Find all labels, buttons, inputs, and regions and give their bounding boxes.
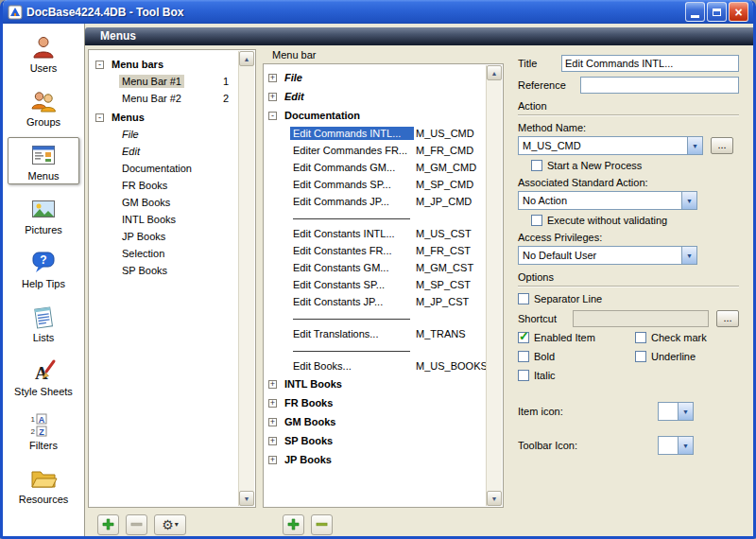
delete-item-button[interactable] [311,514,333,535]
tree-item-intl-books[interactable]: INTL Books [93,211,234,228]
add-item-button[interactable] [283,514,304,535]
start-new-process-checkbox[interactable]: Start a New Process [531,160,739,171]
bottom-toolbar: ⚙ ▾ [85,510,753,539]
bold-checkbox[interactable]: Bold [518,351,635,362]
checkbox-icon [518,293,529,304]
menu-group-documentation[interactable]: -Documentation [266,106,482,125]
sidebar-item-label: Groups [26,116,60,128]
minus-icon [316,518,328,530]
italic-checkbox[interactable]: Italic [518,370,635,381]
menu-group-file[interactable]: +File [266,68,482,87]
scroll-down-icon[interactable]: ▼ [487,491,502,506]
expand-icon[interactable]: + [268,93,277,101]
collapse-icon[interactable]: - [268,112,277,120]
check-mark-checkbox[interactable]: Check mark [635,332,739,343]
scroll-up-icon[interactable]: ▲ [487,65,502,80]
tree-rows: -Menu barsMenu Bar #11Menu Bar #22-Menus… [93,56,234,279]
tree-section-menus[interactable]: -Menus [93,109,234,126]
collapse-icon[interactable]: - [95,113,104,122]
expand-icon[interactable]: + [268,437,277,445]
menu-group-intl-books[interactable]: +INTL Books [266,374,482,393]
tree-item-file[interactable]: File [93,126,234,143]
tree-item-documentation[interactable]: Documentation [93,160,234,177]
method-browse-button[interactable]: ... [711,137,733,154]
shortcut-input[interactable] [573,310,709,327]
menu-actions-button[interactable]: ⚙ ▾ [154,514,186,535]
tree-item-sp-books[interactable]: SP Books [93,262,234,279]
reference-label: Reference [518,79,580,91]
sidebar-item-style-sheets[interactable]: AStyle Sheets [8,353,79,400]
sidebar-item-filters[interactable]: 1A2ZFilters [8,407,79,454]
tree-item-menu-bar-1[interactable]: Menu Bar #11 [93,73,234,90]
item-icon-select[interactable]: ▼ [658,402,694,421]
scroll-down-icon[interactable]: ▼ [239,491,254,506]
sidebar-item-lists[interactable]: Lists [8,299,79,346]
menu-separator[interactable] [266,310,482,325]
menu-item-editer-commandes-fr[interactable]: Editer Commandes FR...M_FR_CMD [266,142,482,159]
tree-scrollbar[interactable]: ▲ ▼ [238,51,254,506]
menu-group-gm-books[interactable]: +GM Books [266,412,482,431]
titlebar[interactable]: DocBase4224.4DB - Tool Box × [3,0,753,24]
menu-group-fr-books[interactable]: +FR Books [266,393,482,412]
execute-without-validating-checkbox[interactable]: Execute without validating [531,215,739,226]
expand-icon[interactable]: + [268,399,277,408]
close-button[interactable]: × [729,2,748,22]
expand-icon[interactable]: + [268,74,277,82]
title-input[interactable] [561,55,739,72]
minimize-button[interactable] [685,2,705,22]
sidebar-item-pictures[interactable]: Pictures [8,191,79,238]
expand-icon[interactable]: + [268,418,277,426]
menu-item-edit-commands-gm[interactable]: Edit Commands GM...M_GM_CMD [266,159,482,176]
menu-item-edit-constants-gm[interactable]: Edit Constants GM...M_GM_CST [266,259,482,276]
menu-item-edit-constants-sp[interactable]: Edit Constants SP...M_SP_CST [266,276,482,293]
reference-input[interactable] [580,77,739,94]
separator-line-checkbox[interactable]: Separator Line [518,293,739,304]
menu-item-edit-translations[interactable]: Edit Translations...M_TRANS [266,325,482,342]
menu-rows: +File+Edit-DocumentationEdit Commands IN… [266,68,482,469]
menu-item-edit-commands-intl[interactable]: Edit Commands INTL...M_US_CMD [266,125,482,142]
menu-item-edit-books[interactable]: Edit Books...M_US_BOOKS [266,357,482,374]
resources-icon [29,464,58,493]
delete-menu-button[interactable] [126,514,147,535]
menu-group-edit[interactable]: +Edit [266,87,482,106]
tree-item-edit[interactable]: Edit [93,143,234,160]
menu-group-jp-books[interactable]: +JP Books [266,450,482,469]
expand-icon[interactable]: + [268,380,277,389]
sidebar-item-menus[interactable]: Menus [8,137,79,184]
sidebar-item-resources[interactable]: Resources [8,461,79,508]
enabled-item-checkbox[interactable]: Enabled Item [518,332,635,343]
tree-item-fr-books[interactable]: FR Books [93,177,234,194]
menu-item-edit-constantes-fr[interactable]: Edit Constantes FR...M_FR_CST [266,242,482,259]
tree-item-menu-bar-2[interactable]: Menu Bar #22 [93,90,234,107]
sidebar-item-users[interactable]: Users [8,29,79,77]
collapse-icon[interactable]: - [95,61,104,69]
sidebar-item-groups[interactable]: Groups [8,83,79,130]
tree-item-jp-books[interactable]: JP Books [93,228,234,245]
style-checkbox-grid: Enabled Item Check mark Bold Underl [518,332,739,387]
menu-separator[interactable] [266,210,482,225]
expand-icon[interactable]: + [268,456,277,464]
menu-separator[interactable] [266,342,482,357]
sidebar-item-help-tips[interactable]: ?Help Tips [8,245,79,292]
shortcut-browse-button[interactable]: ... [716,310,739,327]
add-menu-button[interactable] [97,514,119,535]
tree-section-menu-bars[interactable]: -Menu bars [93,56,234,73]
access-privileges-select[interactable]: No Default User ▼ [518,246,697,265]
menu-scrollbar[interactable]: ▲ ▼ [486,65,502,506]
menu-item-edit-constants-intl[interactable]: Edit Constants INTL...M_US_CST [266,225,482,242]
associated-action-select[interactable]: No Action ▼ [518,191,697,210]
toolbar-icon-select[interactable]: ▼ [658,436,694,455]
underline-checkbox[interactable]: Underline [635,351,739,362]
menu-item-edit-commands-jp[interactable]: Edit Commands JP...M_JP_CMD [266,193,482,210]
method-name-select[interactable]: M_US_CMD ▼ [518,136,703,155]
menu-item-edit-constants-jp[interactable]: Edit Constants JP...M_JP_CST [266,293,482,310]
tree-item-gm-books[interactable]: GM Books [93,194,234,211]
plus-icon [102,518,114,530]
menu-group-sp-books[interactable]: +SP Books [266,431,482,450]
menu-item-edit-commands-sp[interactable]: Edit Commands SP...M_SP_CMD [266,176,482,193]
maximize-button[interactable] [707,2,727,22]
tree-item-selection[interactable]: Selection [93,245,234,262]
svg-text:A: A [35,363,48,383]
chevron-down-icon: ▼ [678,437,693,454]
scroll-up-icon[interactable]: ▲ [239,51,254,66]
